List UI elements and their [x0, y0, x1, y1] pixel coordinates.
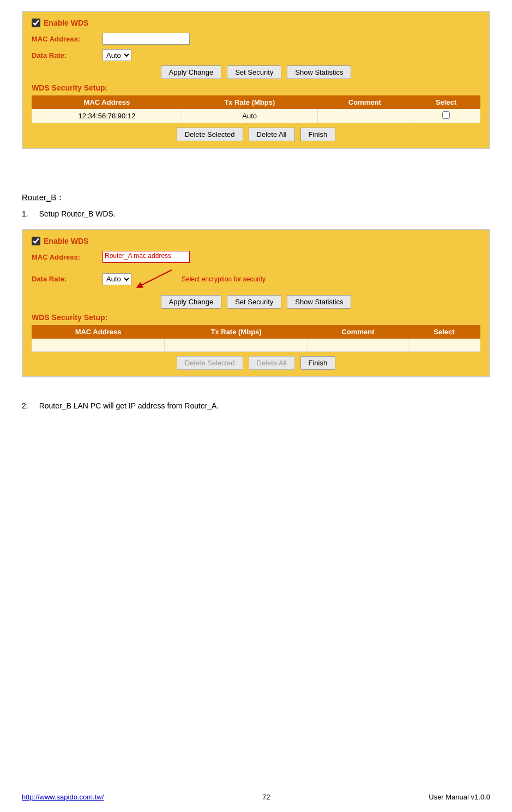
arrow-svg: [134, 267, 177, 289]
col-txrate-header-a: Tx Rate (Mbps): [182, 96, 317, 109]
delete-all-btn-a[interactable]: Delete All: [249, 128, 295, 141]
col-comment-header-a: Comment: [317, 96, 412, 109]
step-1-text: Setup Router_B WDS.: [39, 209, 116, 218]
data-rate-select-group-a: Auto: [103, 49, 131, 61]
panel-b-buttons: Apply Change Set Security Show Statistic…: [32, 295, 480, 309]
cell-txrate-a: Auto: [182, 109, 317, 123]
set-security-btn-b[interactable]: Set Security: [227, 295, 281, 309]
cell-comment-a: [317, 109, 412, 123]
row-checkbox-a[interactable]: [442, 111, 450, 119]
table-row: 12:34:56:78:90:12 Auto: [32, 109, 480, 123]
col-comment-header-b: Comment: [308, 326, 408, 339]
mac-address-label-a: MAC Address:: [32, 35, 103, 43]
show-statistics-btn-b[interactable]: Show Statistics: [287, 295, 351, 309]
mac-address-input-b[interactable]: [103, 251, 190, 263]
data-rate-label-b: Data Rate:: [32, 275, 103, 283]
footer-url[interactable]: http://www.sapido.com.tw/: [22, 793, 104, 801]
router-b-heading: Router_B：: [22, 193, 490, 203]
mac-address-input-a[interactable]: [103, 33, 190, 45]
cell-select-a: [412, 109, 480, 123]
mac-address-row-a: MAC Address:: [32, 33, 480, 45]
mac-address-row-b: MAC Address: Router_A mac address: [32, 251, 480, 263]
col-select-header-b: Select: [408, 326, 480, 339]
wds-security-title-a: WDS Security Setup:: [32, 83, 480, 92]
apply-change-btn-a[interactable]: Apply Change: [161, 65, 222, 79]
step-2-text: Router_B LAN PC will get IP address from…: [39, 401, 219, 410]
apply-change-btn-b[interactable]: Apply Change: [161, 295, 222, 309]
enable-wds-checkbox-a[interactable]: [32, 19, 40, 27]
page-footer: http://www.sapido.com.tw/ 72 User Manual…: [0, 793, 512, 801]
step-1-row: 1. Setup Router_B WDS.: [22, 209, 490, 218]
wds-security-title-b: WDS Security Setup:: [32, 313, 480, 322]
mac-annotation-container: Router_A mac address: [103, 251, 190, 263]
enable-wds-row-a: Enable WDS: [32, 19, 480, 27]
enable-wds-label-a: Enable WDS: [44, 19, 88, 27]
cell-mac-a: 12:34:56:78:90:12: [32, 109, 182, 123]
arrow-annotation-wrapper: [134, 267, 177, 291]
router-b-colon: ：: [56, 193, 64, 202]
bottom-buttons-a: Delete Selected Delete All Finish: [32, 128, 480, 141]
bottom-buttons-b: Delete Selected Delete All Finish: [32, 356, 480, 370]
step-1-num: 1.: [22, 209, 28, 218]
data-rate-security-wrapper: Auto Select encryption for security: [103, 267, 266, 291]
finish-btn-b[interactable]: Finish: [300, 356, 336, 370]
router-b-label: Router_B: [22, 193, 56, 202]
enable-wds-checkbox-b[interactable]: [32, 237, 40, 245]
set-security-btn-a[interactable]: Set Security: [227, 65, 281, 79]
panel-a-buttons: Apply Change Set Security Show Statistic…: [32, 65, 480, 79]
router-a-panel: Enable WDS MAC Address: Data Rate: Auto …: [22, 11, 490, 149]
delete-selected-btn-a[interactable]: Delete Selected: [177, 128, 243, 141]
router-b-panel: Enable WDS MAC Address: Router_A mac add…: [22, 229, 490, 377]
col-mac-header-b: MAC Address: [32, 326, 165, 339]
security-annotation-text: Select encryption for security: [182, 275, 266, 283]
svg-line-0: [139, 270, 172, 286]
data-rate-row-b: Data Rate: Auto: [32, 267, 480, 291]
delete-selected-btn-b[interactable]: Delete Selected: [177, 356, 243, 370]
data-rate-select-a[interactable]: Auto: [103, 49, 131, 61]
enable-wds-label-b: Enable WDS: [44, 237, 88, 245]
step-2-row: 2. Router_B LAN PC will get IP address f…: [22, 401, 490, 410]
col-select-header-a: Select: [412, 96, 480, 109]
footer-version: User Manual v1.0.0: [429, 793, 490, 801]
col-mac-header-a: MAC Address: [32, 96, 182, 109]
empty-row-b: [32, 339, 480, 352]
mac-address-label-b: MAC Address:: [32, 253, 103, 261]
enable-wds-row-b: Enable WDS: [32, 237, 480, 245]
data-rate-label-a: Data Rate:: [32, 51, 103, 59]
wds-table-b: MAC Address Tx Rate (Mbps) Comment Selec…: [32, 325, 480, 352]
show-statistics-btn-a[interactable]: Show Statistics: [287, 65, 351, 79]
finish-btn-a[interactable]: Finish: [300, 128, 336, 141]
step-2-num: 2.: [22, 401, 28, 410]
col-txrate-header-b: Tx Rate (Mbps): [165, 326, 308, 339]
delete-all-btn-b[interactable]: Delete All: [249, 356, 295, 370]
wds-table-a: MAC Address Tx Rate (Mbps) Comment Selec…: [32, 95, 480, 123]
data-rate-row-a: Data Rate: Auto: [32, 49, 480, 61]
footer-page-number: 72: [262, 793, 270, 801]
data-rate-select-b[interactable]: Auto: [103, 273, 131, 285]
